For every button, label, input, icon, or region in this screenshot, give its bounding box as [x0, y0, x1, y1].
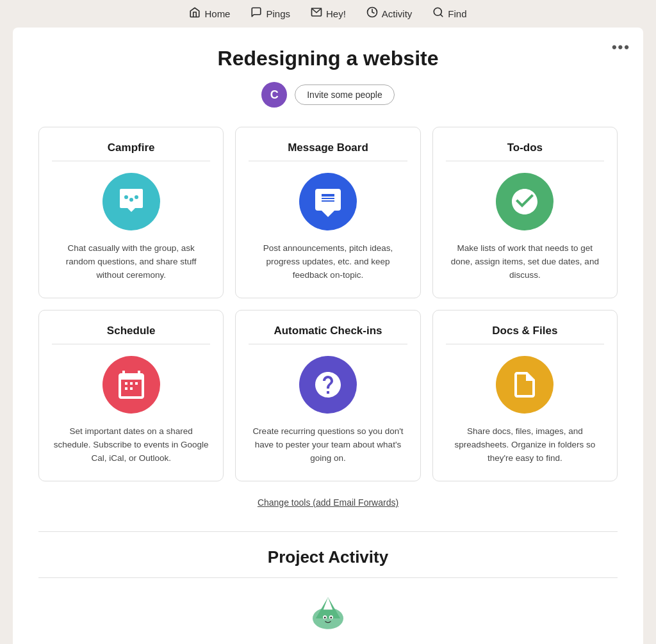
nav-hey-label: Hey!	[326, 8, 346, 19]
tool-checkins[interactable]: Automatic Check-ins Create recurring que…	[235, 310, 420, 481]
find-icon	[432, 6, 444, 21]
todos-title: To-dos	[507, 141, 543, 154]
schedule-icon	[116, 369, 147, 400]
message-board-divider	[249, 161, 407, 161]
hey-icon	[311, 6, 322, 21]
invite-button[interactable]: Invite some people	[295, 85, 395, 105]
schedule-icon-circle	[102, 356, 160, 414]
nav-pings[interactable]: Pings	[250, 6, 290, 21]
nav-find-label: Find	[448, 8, 466, 19]
change-tools-section: Change tools (add Email Forwards)	[38, 497, 618, 508]
top-nav: Home Pings Hey! Activity Find	[0, 0, 656, 28]
pings-icon	[250, 6, 262, 21]
todos-icon	[509, 186, 540, 217]
avatar-row: C Invite some people	[38, 82, 618, 108]
checkins-desc: Create recurring questions so you don't …	[249, 425, 407, 465]
change-tools-link[interactable]: Change tools (add Email Forwards)	[258, 497, 398, 508]
nav-activity[interactable]: Activity	[366, 6, 413, 21]
docs-icon-circle	[496, 356, 554, 414]
activity-icon	[366, 6, 378, 21]
tool-message-board[interactable]: Message Board Post announcements, pitch …	[235, 127, 420, 298]
todos-divider	[446, 161, 604, 161]
schedule-divider	[52, 344, 210, 344]
docs-icon	[509, 369, 540, 400]
nav-home-label: Home	[204, 8, 230, 19]
svg-point-9	[324, 616, 326, 618]
campfire-icon-circle	[102, 173, 160, 230]
todos-icon-circle	[496, 173, 554, 230]
activity-top-divider	[38, 531, 618, 532]
nav-activity-label: Activity	[382, 8, 413, 19]
nav-hey[interactable]: Hey!	[311, 6, 346, 21]
schedule-desc: Set important dates on a shared schedule…	[52, 425, 210, 465]
basecamp-mascot	[309, 593, 347, 632]
project-activity-title: Project Activity	[38, 547, 618, 567]
avatar[interactable]: C	[261, 82, 287, 108]
campfire-divider	[52, 161, 210, 161]
checkins-icon	[313, 369, 343, 400]
message-board-icon	[313, 186, 343, 217]
svg-line-3	[441, 14, 443, 16]
campfire-title: Campfire	[108, 141, 155, 154]
tool-todos[interactable]: To-dos Make lists of work that needs to …	[432, 127, 618, 298]
docs-desc: Share docs, files, images, and spreadshe…	[446, 425, 604, 465]
tools-grid: Campfire Chat casually with the group, a…	[38, 127, 618, 481]
activity-bottom-divider	[38, 577, 618, 578]
checkins-title: Automatic Check-ins	[274, 325, 382, 337]
svg-point-10	[330, 616, 332, 618]
checkins-divider	[249, 344, 407, 344]
todos-desc: Make lists of work that needs to get don…	[446, 242, 604, 282]
nav-home[interactable]: Home	[189, 6, 230, 21]
tool-schedule[interactable]: Schedule Set important dates on a shared…	[38, 310, 224, 481]
checkins-icon-circle	[299, 356, 357, 414]
docs-divider	[446, 344, 604, 344]
page-title: Redesigning a website	[38, 47, 618, 70]
schedule-title: Schedule	[107, 325, 156, 337]
mascot-row	[38, 593, 618, 632]
message-board-title: Message Board	[288, 141, 368, 154]
tool-campfire[interactable]: Campfire Chat casually with the group, a…	[38, 127, 224, 298]
more-button[interactable]: •••	[612, 39, 630, 56]
main-card: ••• Redesigning a website C Invite some …	[13, 28, 643, 644]
nav-pings-label: Pings	[266, 8, 290, 19]
campfire-desc: Chat casually with the group, ask random…	[52, 242, 210, 282]
nav-find[interactable]: Find	[432, 6, 466, 21]
campfire-icon	[116, 186, 147, 217]
docs-title: Docs & Files	[492, 325, 557, 337]
tool-docs[interactable]: Docs & Files Share docs, files, images, …	[432, 310, 618, 481]
home-icon	[189, 6, 201, 21]
message-board-desc: Post announcements, pitch ideas, progres…	[249, 242, 407, 282]
message-board-icon-circle	[299, 173, 357, 230]
